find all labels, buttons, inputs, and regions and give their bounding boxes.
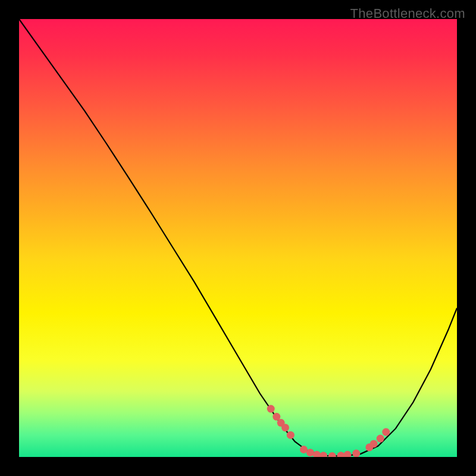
data-point bbox=[370, 440, 378, 447]
data-point bbox=[337, 452, 345, 457]
data-point bbox=[352, 450, 360, 457]
data-point bbox=[320, 452, 327, 457]
data-point bbox=[344, 451, 352, 457]
chart-svg bbox=[19, 19, 457, 457]
data-point bbox=[281, 424, 289, 431]
data-point bbox=[328, 452, 336, 457]
data-point bbox=[267, 405, 275, 413]
data-point bbox=[287, 431, 295, 439]
plot-area bbox=[19, 19, 457, 457]
watermark-text: TheBottleneck.com bbox=[350, 6, 465, 21]
data-point bbox=[313, 451, 321, 457]
data-point bbox=[306, 449, 314, 456]
curve-line bbox=[19, 19, 457, 456]
data-point bbox=[377, 435, 384, 443]
points-group bbox=[267, 405, 390, 457]
data-point bbox=[300, 446, 308, 453]
data-point bbox=[382, 428, 390, 436]
